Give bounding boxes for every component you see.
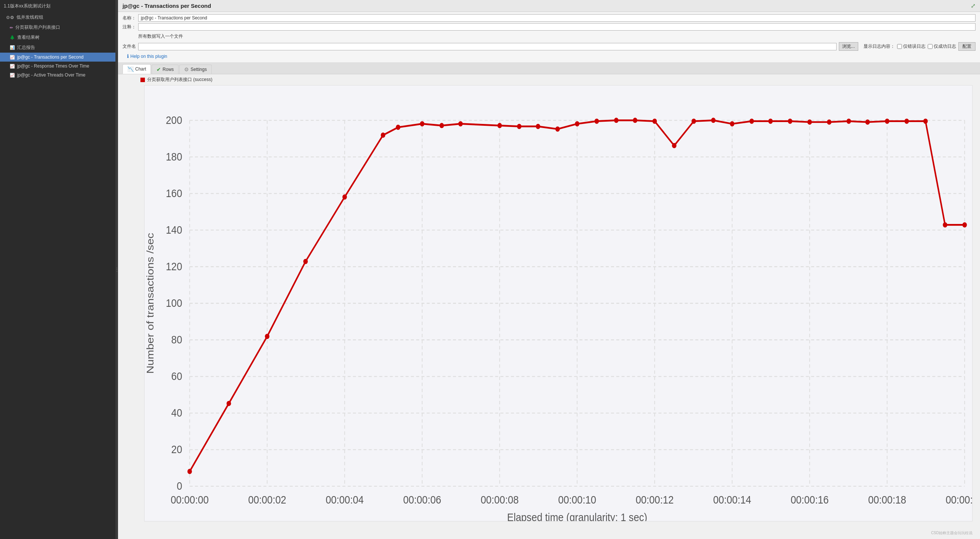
comment-input[interactable] [138, 23, 975, 31]
tab-settings[interactable]: ⚙ Settings [179, 65, 212, 74]
sidebar-item-tps[interactable]: 📈 jp@gc - Transactions per Second [0, 52, 115, 62]
settings-tab-icon: ⚙ [184, 67, 189, 73]
svg-text:00:00:08: 00:00:08 [480, 493, 519, 506]
chart-legend: 分页获取用户列表接口 (success) [118, 74, 980, 85]
display-log-label: 显示日志内容： [864, 43, 895, 50]
help-link[interactable]: ℹ Help on this plugin [123, 52, 975, 60]
svg-text:0: 0 [177, 479, 182, 492]
name-row: 名称： [123, 14, 975, 22]
file-row: 文件名 浏览... 显示日志内容： 仅错误日志 仅成功日志 配置 [123, 42, 975, 51]
all-data-row: 所有数据写入一个文件 [123, 32, 975, 41]
svg-point-72 [807, 119, 812, 125]
svg-point-66 [692, 119, 696, 124]
svg-text:140: 140 [166, 223, 182, 236]
tabs-bar: 📉 Chart ✔ Rows ⚙ Settings [118, 63, 980, 74]
svg-text:Elapsed time (granularity: 1 s: Elapsed time (granularity: 1 sec) [507, 510, 647, 522]
svg-point-74 [847, 119, 851, 124]
comment-label: 注释： [123, 24, 136, 30]
main-panel: jp@gc - Transactions per Second ⤢ 名称： 注释… [118, 0, 980, 539]
success-log-checkbox-label: 仅成功日志 [928, 43, 956, 50]
rows-tab-icon: ✔ [156, 67, 161, 73]
success-log-checkbox[interactable] [928, 44, 932, 49]
svg-point-56 [498, 123, 502, 128]
svg-point-71 [788, 119, 792, 124]
svg-point-52 [396, 125, 400, 130]
svg-text:00:00:14: 00:00:14 [713, 493, 751, 506]
svg-text:00:00:18: 00:00:18 [868, 493, 906, 506]
svg-text:100: 100 [166, 296, 182, 309]
svg-point-76 [885, 119, 889, 124]
browse-button[interactable]: 浏览... [839, 42, 858, 51]
expand-icon[interactable]: ⤢ [970, 2, 975, 10]
svg-point-54 [439, 123, 444, 128]
sidebar: 1.1版本xx系统测试计划 ⚙ 低并发线程组 分页获取用户列表接口 🌲 查看结果… [0, 0, 116, 539]
svg-point-51 [381, 133, 385, 138]
svg-point-58 [536, 124, 541, 129]
tab-chart[interactable]: 📉 Chart [123, 64, 151, 74]
tps-icon: 📈 [10, 55, 15, 60]
bottom-label: CSD始称主题会玩玩柱说 [931, 530, 972, 536]
svg-point-55 [458, 121, 463, 127]
chart-tab-icon: 📉 [127, 66, 134, 72]
svg-text:00:00:10: 00:00:10 [558, 493, 596, 506]
svg-point-57 [517, 124, 521, 129]
chart-area: 分页获取用户列表接口 (success) jmeter-plugins.org … [118, 74, 980, 539]
svg-point-49 [303, 259, 308, 264]
all-data-label: 所有数据写入一个文件 [138, 32, 183, 41]
svg-point-53 [420, 121, 424, 127]
sidebar-group: ⚙ 低并发线程组 [0, 12, 115, 22]
name-input[interactable] [138, 14, 975, 22]
svg-text:00:00:12: 00:00:12 [636, 493, 674, 506]
svg-point-50 [342, 195, 347, 200]
svg-text:20: 20 [172, 443, 182, 455]
sidebar-item-view-result-tree[interactable]: 🌲 查看结果树 [0, 32, 115, 43]
legend-color-box [140, 78, 145, 82]
svg-text:60: 60 [172, 369, 182, 382]
svg-point-77 [905, 119, 909, 124]
svg-text:40: 40 [172, 406, 182, 419]
tab-rows[interactable]: ✔ Rows [152, 65, 178, 74]
response-icon: 📈 [10, 64, 15, 69]
svg-text:160: 160 [166, 187, 182, 199]
pencil-icon [10, 25, 13, 30]
report-icon: 📊 [10, 45, 15, 50]
page-title: jp@gc - Transactions per Second [123, 3, 211, 9]
svg-point-65 [672, 143, 676, 148]
svg-text:00:00:02: 00:00:02 [248, 493, 286, 506]
sidebar-item-response-time[interactable]: 📈 jp@gc - Response Times Over Time [0, 62, 115, 71]
threads-icon: 📈 [10, 73, 15, 78]
svg-point-59 [555, 127, 560, 132]
svg-point-68 [730, 121, 734, 127]
error-log-checkbox-label: 仅错误日志 [897, 43, 926, 50]
svg-point-70 [768, 119, 773, 124]
svg-text:00:00:06: 00:00:06 [403, 493, 441, 506]
svg-text:00:00:16: 00:00:16 [791, 493, 829, 506]
svg-point-79 [943, 222, 947, 227]
sidebar-item-fetch-user-api[interactable]: 分页获取用户列表接口 [0, 22, 115, 32]
svg-point-67 [711, 117, 716, 123]
svg-point-75 [865, 119, 870, 125]
sidebar-item-active-threads[interactable]: 📈 jp@gc - Active Threads Over Time [0, 71, 115, 79]
sidebar-item-aggregate-report[interactable]: 📊 汇总报告 [0, 43, 115, 52]
svg-point-62 [614, 117, 619, 123]
svg-text:00:00:20: 00:00:20 [946, 493, 972, 506]
config-button[interactable]: 配置 [958, 42, 975, 51]
help-row: ℹ Help on this plugin [123, 52, 975, 60]
error-log-checkbox[interactable] [897, 44, 902, 49]
svg-point-80 [963, 222, 967, 227]
tree-icon: 🌲 [10, 35, 15, 40]
svg-point-48 [265, 334, 269, 339]
svg-point-46 [188, 469, 192, 474]
chart-svg: .grid-line { stroke: #ddd; stroke-width:… [144, 85, 972, 522]
file-label: 文件名 [123, 43, 136, 50]
svg-point-61 [595, 119, 599, 124]
svg-text:Number of transactions /sec: Number of transactions /sec [145, 233, 156, 374]
svg-point-69 [749, 119, 754, 124]
comment-row: 注释： [123, 23, 975, 31]
main-header: jp@gc - Transactions per Second ⤢ [118, 0, 980, 12]
file-input[interactable] [138, 43, 837, 51]
svg-text:00:00:04: 00:00:04 [326, 493, 364, 506]
form-area: 名称： 注释： 所有数据写入一个文件 文件名 浏览... 显示日志内容： 仅错误… [118, 12, 980, 63]
svg-point-63 [633, 117, 637, 123]
svg-point-78 [923, 119, 928, 124]
